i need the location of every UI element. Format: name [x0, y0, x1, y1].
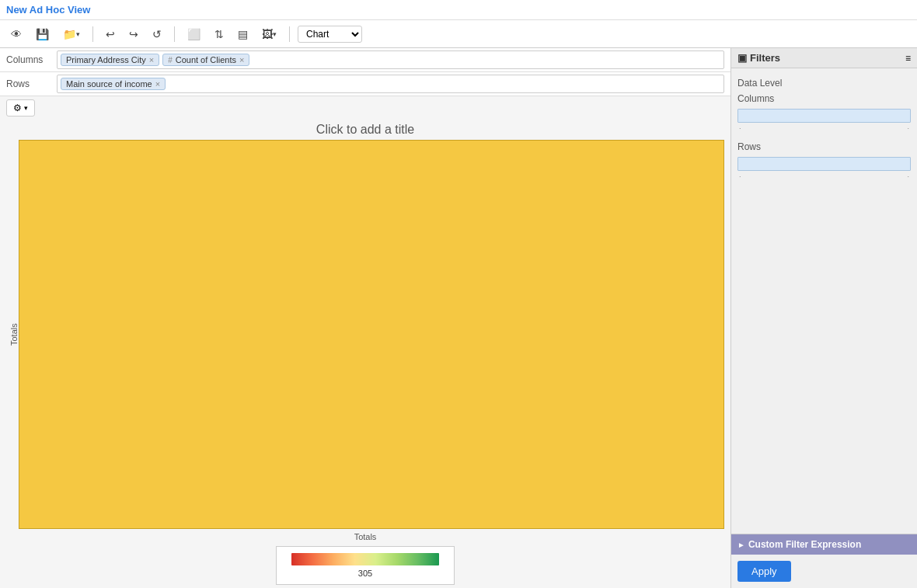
undo-icon: ↩	[106, 28, 115, 40]
rows-tags-area[interactable]: Main source of income ×	[57, 75, 724, 93]
apply-button[interactable]: Apply	[737, 561, 791, 582]
image-button[interactable]: 🖼▾	[257, 26, 281, 43]
tag-text: Main source of income	[66, 79, 152, 89]
totals-y-label: Totals	[6, 140, 19, 529]
chart-type-select[interactable]: Chart Table Crosstab	[298, 26, 362, 43]
filter-icon: ▣	[737, 52, 747, 64]
rows-filter-input[interactable]	[737, 157, 911, 171]
custom-filter-header[interactable]: ► Custom Filter Expression	[731, 534, 917, 555]
filters-title-text: Filters	[750, 52, 780, 64]
filters-title: ▣ Filters	[737, 52, 780, 64]
saveas-dropdown-icon: ▾	[76, 30, 80, 38]
tag-count-of-clients[interactable]: # Count of Clients ×	[162, 54, 249, 66]
separator-1	[92, 26, 93, 42]
image-dropdown-icon: ▾	[273, 30, 277, 38]
rows-label: Rows	[6, 78, 57, 89]
view-button[interactable]: 👁	[6, 26, 26, 43]
tag-text: Count of Clients	[176, 55, 236, 64]
redo-button[interactable]: ↪	[124, 26, 143, 43]
separator-3	[289, 26, 290, 42]
color-scale-box: 305	[276, 546, 455, 585]
chart-bottom: Totals 305	[0, 529, 730, 588]
title-bar: New Ad Hoc View	[0, 0, 917, 20]
dot-left: ·	[739, 124, 741, 132]
rows-filter-dots: · ·	[737, 172, 911, 180]
export-button[interactable]: ⬜	[183, 26, 205, 43]
dot-right: ·	[907, 124, 909, 132]
tag-hash-icon: #	[168, 56, 173, 64]
table-icon: ▤	[238, 28, 248, 40]
columns-filter-label: Columns	[737, 93, 911, 104]
columns-filter-input[interactable]	[737, 109, 911, 123]
tag-main-source-income[interactable]: Main source of income ×	[61, 78, 166, 90]
columns-filter-dots: · ·	[737, 124, 911, 132]
apply-btn-area: Apply	[731, 555, 917, 588]
image-icon: 🖼	[262, 28, 273, 40]
chart-title[interactable]: Click to add a title	[0, 120, 730, 140]
dot-left: ·	[739, 172, 741, 180]
color-scale-bar	[291, 553, 439, 565]
tag-close-primary-address-city[interactable]: ×	[149, 56, 154, 64]
filters-header: ▣ Filters ≡	[731, 48, 917, 68]
rows-filter-label: Rows	[737, 141, 911, 152]
rows-filter-wrapper: · ·	[737, 157, 911, 180]
save-as-button[interactable]: 📁▾	[58, 26, 85, 43]
rows-row: Rows Main source of income ×	[0, 72, 730, 96]
columns-label: Columns	[6, 54, 57, 65]
filters-body: Data Level Columns · · Rows · ·	[731, 68, 917, 534]
redo-icon: ↪	[129, 28, 138, 40]
save-button[interactable]: 💾	[31, 26, 54, 43]
chart-toolbar: ⚙ ▾	[0, 96, 730, 120]
sort-icon: ⇅	[214, 28, 224, 40]
columns-row: Columns Primary Address City × # Count o…	[0, 48, 730, 72]
chart-container: ⚙ ▾ Click to add a title Totals Totals 3…	[0, 96, 730, 588]
filters-footer: ► Custom Filter Expression Apply	[731, 534, 917, 588]
chart-area[interactable]	[19, 140, 724, 529]
columns-filter-wrapper: · ·	[737, 109, 911, 132]
toolbar: 👁 💾 📁▾ ↩ ↪ ↺ ⬜ ⇅ ▤ 🖼▾ Chart Table Crosst…	[0, 20, 917, 48]
separator-2	[174, 26, 175, 42]
tag-close-main-source-income[interactable]: ×	[155, 80, 160, 89]
table-button[interactable]: ▤	[233, 26, 253, 43]
chart-settings-button[interactable]: ⚙ ▾	[6, 99, 35, 117]
settings-icon: ⚙	[13, 103, 22, 113]
color-scale-value: 305	[358, 569, 372, 578]
columns-tags-area[interactable]: Primary Address City × # Count of Client…	[57, 50, 724, 69]
custom-filter-title-text: Custom Filter Expression	[748, 539, 861, 550]
save-icon: 💾	[36, 28, 49, 40]
custom-filter-arrow-icon: ►	[737, 541, 745, 549]
eye-icon: 👁	[11, 28, 22, 40]
totals-x-label: Totals	[354, 532, 377, 541]
saveas-icon: 📁	[63, 28, 76, 40]
refresh-icon: ↺	[152, 28, 162, 40]
tag-primary-address-city[interactable]: Primary Address City ×	[61, 54, 159, 66]
data-level-label: Data Level	[737, 78, 911, 89]
settings-dropdown-icon: ▾	[24, 104, 28, 112]
export-icon: ⬜	[187, 28, 200, 40]
chart-wrapper: Totals	[0, 140, 730, 529]
tag-text: Primary Address City	[66, 55, 146, 64]
undo-button[interactable]: ↩	[101, 26, 120, 43]
refresh-button[interactable]: ↺	[148, 26, 166, 43]
left-panel: Columns Primary Address City × # Count o…	[0, 48, 730, 588]
dot-right: ·	[907, 172, 909, 180]
main-layout: Columns Primary Address City × # Count o…	[0, 48, 917, 588]
tag-close-count-of-clients[interactable]: ×	[239, 56, 244, 64]
filters-menu-icon[interactable]: ≡	[905, 53, 911, 64]
app-title: New Ad Hoc View	[6, 4, 90, 16]
sort-button[interactable]: ⇅	[210, 26, 228, 43]
right-panel: ▣ Filters ≡ Data Level Columns · · Rows …	[730, 48, 917, 588]
